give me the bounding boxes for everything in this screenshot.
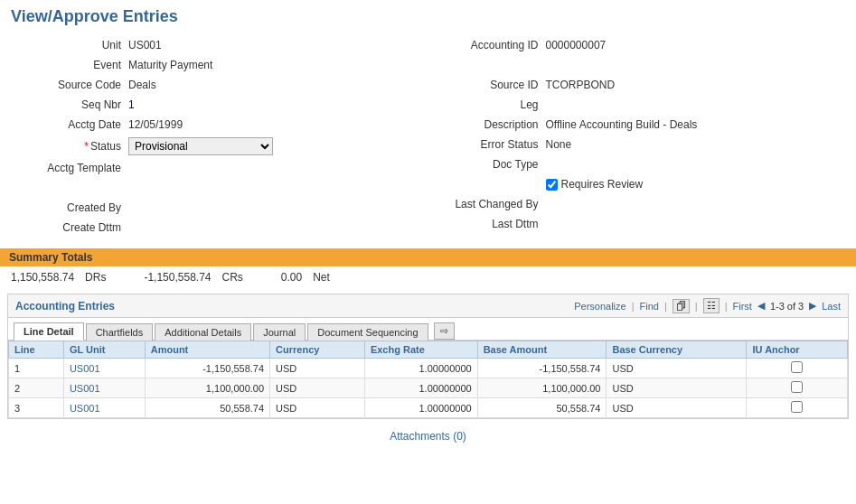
- row1-iu-anchor[interactable]: [747, 359, 848, 378]
- row1-exchg-rate: 1.00000000: [364, 359, 477, 378]
- tab-document-sequencing[interactable]: Document Sequencing: [307, 323, 428, 341]
- row3-line: 3: [9, 398, 64, 418]
- col-currency: Currency: [270, 341, 365, 359]
- row1-currency: USD: [270, 359, 365, 378]
- accounting-id-label: Accounting ID: [428, 39, 546, 51]
- acctg-date-label: Acctg Date: [11, 118, 128, 131]
- ae-header-controls: Personalize | Find | 🗍 | ☷ | First ◀ 1-3…: [574, 298, 841, 313]
- row3-amount: 50,558.74: [145, 398, 269, 418]
- prev-page-icon[interactable]: ◀: [757, 300, 765, 312]
- tab-additional-details[interactable]: Additional Details: [155, 323, 251, 341]
- last-changed-by-label: Last Changed By: [428, 198, 546, 210]
- row1-base-currency: USD: [607, 359, 747, 378]
- ae-header: Accounting Entries Personalize | Find | …: [8, 294, 848, 318]
- row1-gl-unit[interactable]: US001: [63, 359, 145, 378]
- doc-type-label: Doc Type: [428, 158, 546, 171]
- row2-base-amount: 1,100,000.00: [477, 378, 607, 398]
- seq-nbr-value[interactable]: 1: [128, 98, 135, 111]
- col-exchg-rate: Exchg Rate: [364, 341, 477, 359]
- row2-exchg-rate: 1.00000000: [364, 378, 477, 398]
- tab-chartfields[interactable]: Chartfields: [86, 323, 154, 341]
- requires-review-container: Requires Review: [546, 178, 644, 191]
- ae-section-title: Accounting Entries: [15, 300, 115, 313]
- table-row: 2 US001 1,100,000.00 USD 1.00000000 1,10…: [9, 378, 848, 398]
- status-label: Status: [11, 140, 128, 153]
- source-id-label: Source ID: [428, 79, 546, 91]
- row1-iu-anchor-checkbox[interactable]: [791, 361, 803, 373]
- tab-journal[interactable]: Journal: [253, 323, 306, 341]
- drs-label: DRs: [85, 271, 106, 284]
- tab-icon[interactable]: ⇨: [434, 322, 455, 340]
- created-by-label: Created By: [11, 201, 128, 214]
- source-id-value: TCORPBOND: [546, 79, 616, 91]
- grid-icon[interactable]: ☷: [703, 298, 720, 313]
- row2-iu-anchor[interactable]: [747, 378, 848, 398]
- tabs-row: Line Detail Chartfields Additional Detai…: [8, 318, 848, 341]
- table-row: 3 US001 50,558.74 USD 1.00000000 50,558.…: [9, 398, 848, 418]
- description-label: Description: [428, 118, 546, 131]
- crs-label: CRs: [221, 271, 242, 284]
- accounting-entries-section: Accounting Entries Personalize | Find | …: [7, 294, 849, 419]
- net-value: 0.00: [281, 271, 302, 284]
- seq-nbr-label: Seq Nbr: [11, 98, 128, 111]
- unit-value: US001: [128, 39, 162, 51]
- summary-totals-row: 1,150,558.74 DRs -1,150,558.74 CRs 0.00 …: [0, 266, 856, 288]
- description-value: Offline Accounting Build - Deals: [546, 118, 698, 131]
- source-code-value: Deals: [128, 79, 156, 91]
- view-icon[interactable]: 🗍: [673, 299, 690, 313]
- row2-line: 2: [9, 378, 64, 398]
- col-line: Line: [9, 341, 64, 359]
- row3-exchg-rate: 1.00000000: [364, 398, 477, 418]
- requires-review-label: Requires Review: [561, 178, 644, 191]
- acctg-template-label: Acctg Template: [11, 162, 128, 174]
- pagination-first[interactable]: First: [733, 301, 752, 312]
- row3-gl-unit[interactable]: US001: [63, 398, 145, 418]
- event-label: Event: [11, 59, 128, 71]
- status-select[interactable]: Provisional Posted Deleted: [128, 137, 273, 155]
- attachments-row: Attachments (0): [0, 425, 856, 448]
- personalize-link[interactable]: Personalize: [574, 301, 626, 312]
- accounting-id-value: 0000000007: [546, 39, 607, 51]
- source-code-label: Source Code: [11, 79, 128, 91]
- leg-label: Leg: [428, 98, 546, 111]
- row2-currency: USD: [270, 378, 365, 398]
- col-base-currency: Base Currency: [607, 341, 747, 359]
- error-status-label: Error Status: [428, 138, 546, 151]
- last-dttm-label: Last Dttm: [428, 218, 546, 230]
- row3-iu-anchor-checkbox[interactable]: [791, 401, 803, 413]
- event-value: Maturity Payment: [128, 59, 212, 71]
- requires-review-checkbox[interactable]: [546, 179, 558, 191]
- summary-totals-bar: Summary Totals: [0, 248, 856, 266]
- row2-amount: 1,100,000.00: [145, 378, 269, 398]
- col-gl-unit: GL Unit: [63, 341, 145, 359]
- acctg-date-value: 12/05/1999: [128, 118, 183, 131]
- create-dttm-label: Create Dttm: [11, 221, 128, 234]
- error-status-value: None: [546, 138, 572, 151]
- next-page-icon[interactable]: ▶: [809, 300, 816, 312]
- row2-gl-unit[interactable]: US001: [63, 378, 145, 398]
- row3-base-amount: 50,558.74: [477, 398, 607, 418]
- row2-iu-anchor-checkbox[interactable]: [791, 381, 803, 393]
- pagination-last[interactable]: Last: [822, 301, 841, 312]
- net-label: Net: [313, 271, 330, 284]
- row3-base-currency: USD: [607, 398, 747, 418]
- page-info: 1-3 of 3: [770, 301, 804, 312]
- col-iu-anchor: IU Anchor: [747, 341, 848, 359]
- entries-table: Line GL Unit Amount Currency Exchg Rate …: [8, 341, 848, 418]
- col-base-amount: Base Amount: [477, 341, 607, 359]
- page-title: View/Approve Entries: [0, 0, 856, 32]
- row3-currency: USD: [270, 398, 365, 418]
- attachments-link[interactable]: Attachments (0): [390, 430, 466, 443]
- find-link[interactable]: Find: [640, 301, 659, 312]
- drs-value: 1,150,558.74: [11, 271, 74, 284]
- tab-line-detail[interactable]: Line Detail: [14, 322, 84, 341]
- crs-value: -1,150,558.74: [144, 271, 211, 284]
- row3-iu-anchor[interactable]: [747, 398, 848, 418]
- unit-label: Unit: [11, 39, 128, 51]
- row2-base-currency: USD: [607, 378, 747, 398]
- row1-line: 1: [9, 359, 64, 378]
- row1-amount: -1,150,558.74: [145, 359, 269, 378]
- row1-base-amount: -1,150,558.74: [477, 359, 607, 378]
- col-amount: Amount: [145, 341, 269, 359]
- table-row: 1 US001 -1,150,558.74 USD 1.00000000 -1,…: [9, 359, 848, 378]
